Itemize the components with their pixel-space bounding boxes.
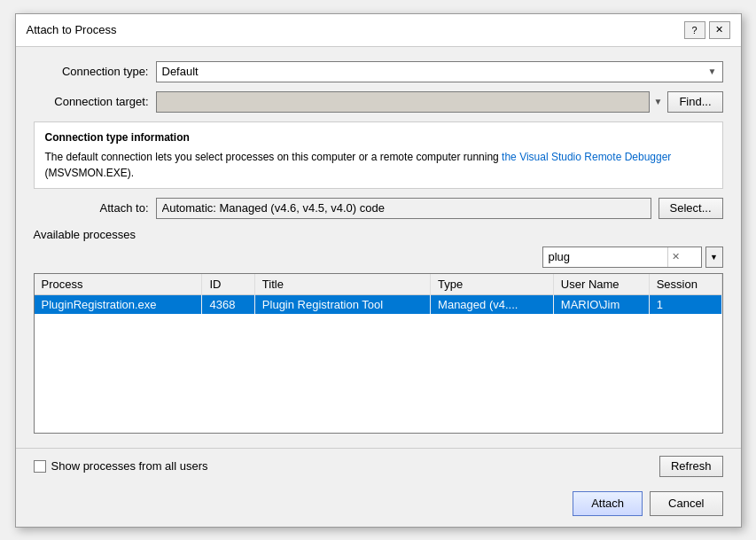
cell-title: Plugin Registration Tool: [254, 294, 430, 314]
show-all-checkbox[interactable]: [34, 460, 46, 473]
cell-username: MARIO\Jim: [553, 294, 649, 314]
dialog-content: Connection type: Default ▼ Connection ta…: [16, 47, 741, 448]
title-bar: Attach to Process ? ✕: [16, 14, 741, 47]
cell-type: Managed (v4....: [431, 294, 554, 314]
attach-to-process-dialog: Attach to Process ? ✕ Connection type: D…: [15, 13, 742, 528]
info-box-text: The default connection lets you select p…: [45, 149, 712, 181]
available-processes-label: Available processes: [34, 228, 723, 241]
info-box-title: Connection type information: [45, 129, 712, 145]
table-row[interactable]: PluginRegistration.exe4368Plugin Registr…: [35, 294, 722, 314]
bottom-bar: Show processes from all users Refresh: [16, 448, 741, 484]
col-title: Title: [254, 274, 430, 295]
process-table: Process ID Title Type User Name Session …: [35, 274, 722, 314]
connection-target-dropdown-arrow: ▼: [653, 97, 662, 106]
col-id: ID: [202, 274, 254, 295]
connection-type-dropdown[interactable]: Default ▼: [156, 61, 723, 82]
info-link: the Visual Studio Remote Debugger: [502, 151, 671, 163]
refresh-button[interactable]: Refresh: [659, 456, 723, 477]
col-session: Session: [649, 274, 721, 295]
attach-to-label: Attach to:: [34, 201, 149, 215]
connection-type-row: Connection type: Default ▼: [34, 61, 723, 82]
help-button[interactable]: ?: [684, 21, 705, 39]
connection-type-value: Default: [162, 65, 199, 78]
find-button[interactable]: Find...: [667, 91, 722, 113]
attach-to-row: Attach to: Select...: [34, 198, 723, 219]
show-all-label: Show processes from all users: [51, 459, 208, 473]
search-bar: ✕ ▼: [34, 247, 723, 268]
connection-info-box: Connection type information The default …: [34, 121, 723, 189]
dialog-title: Attach to Process: [27, 23, 117, 36]
cell-process: PluginRegistration.exe: [35, 294, 202, 314]
connection-type-arrow: ▼: [708, 67, 717, 76]
attach-to-input[interactable]: [156, 198, 651, 219]
cancel-button[interactable]: Cancel: [650, 491, 722, 516]
table-header-row: Process ID Title Type User Name Session: [35, 274, 722, 295]
connection-target-row: Connection target: ▼ Find...: [34, 91, 723, 113]
col-process: Process: [35, 274, 202, 295]
col-type: Type: [431, 274, 554, 295]
show-all-wrap: Show processes from all users: [34, 459, 208, 473]
close-button[interactable]: ✕: [709, 21, 730, 39]
action-buttons: Attach Cancel: [16, 484, 741, 527]
search-dropdown-button[interactable]: ▼: [705, 247, 723, 268]
connection-target-input[interactable]: [156, 91, 651, 113]
title-bar-buttons: ? ✕: [684, 21, 730, 39]
cell-session: 1: [649, 294, 721, 314]
attach-button[interactable]: Attach: [573, 491, 643, 516]
search-input-wrap: ✕: [542, 247, 702, 268]
select-button[interactable]: Select...: [659, 198, 723, 219]
search-input[interactable]: [543, 247, 667, 267]
col-username: User Name: [553, 274, 649, 295]
available-processes-section: Available processes ✕ ▼ Process ID Title: [34, 228, 723, 434]
cell-id: 4368: [202, 294, 254, 314]
connection-target-label: Connection target:: [34, 95, 149, 108]
connection-type-label: Connection type:: [34, 65, 149, 78]
process-table-wrap: Process ID Title Type User Name Session …: [34, 273, 723, 434]
search-clear-button[interactable]: ✕: [667, 247, 683, 267]
connection-target-control: ▼ Find...: [156, 91, 723, 113]
connection-type-control: Default ▼: [156, 61, 723, 82]
